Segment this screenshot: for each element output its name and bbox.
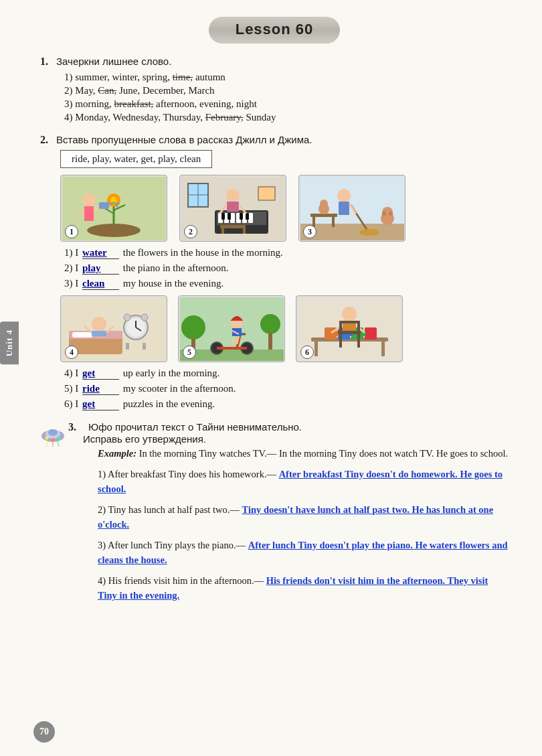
- svg-rect-104: [339, 334, 342, 348]
- unit-tab: Unit 4: [0, 321, 19, 364]
- image-1: 1: [60, 175, 167, 242]
- svg-rect-105: [357, 334, 360, 348]
- svg-point-15: [117, 202, 119, 204]
- svg-point-13: [114, 202, 116, 204]
- section2-num: 2.: [40, 134, 56, 146]
- svg-rect-77: [268, 333, 272, 350]
- section3-num: 3.: [68, 421, 84, 433]
- example-text: In the morning Tiny watches TV.— In the …: [139, 448, 509, 459]
- list-item: 2) May, Can, June, December, March: [64, 85, 509, 96]
- strikethrough-word: time,: [173, 72, 193, 82]
- item-text-after: Sunday: [244, 112, 276, 123]
- sent-suffix-4: up early in the morning.: [120, 368, 219, 378]
- list-item: 4) Monday, Wednesday, Thursday, February…: [64, 112, 509, 123]
- ex3-item4-num: 4): [98, 575, 108, 586]
- list-item: 1) summer, winter, spring, time, autumn: [64, 72, 509, 83]
- sentence-4: 4) I get up early in the morning.: [64, 368, 509, 380]
- item-text-after: afternoon, evening, night: [153, 98, 257, 109]
- item-num: 3): [64, 98, 75, 109]
- sentences-1-3: 1) I water the flowers in the house in t…: [64, 247, 509, 290]
- item-text-after: autumn: [193, 72, 225, 82]
- sentence-6: 6) I get puzzles in the evening.: [64, 398, 509, 410]
- sentence-5: 5) I ride my scooter in the afternoon.: [64, 383, 509, 395]
- svg-line-115: [47, 441, 48, 447]
- page-number-container: 70: [33, 721, 55, 743]
- item-text-before: morning,: [75, 98, 114, 109]
- image-num-2: 2: [184, 225, 197, 238]
- ex3-item2-original: Tiny has lunch at half past two.—: [108, 504, 242, 515]
- sent-num: 3) I: [64, 278, 81, 289]
- svg-rect-28: [246, 213, 249, 220]
- sentences-4-6: 4) I get up early in the morning. 5) I r…: [64, 368, 509, 410]
- svg-rect-11: [99, 202, 109, 209]
- svg-point-99: [342, 307, 357, 321]
- svg-point-45: [389, 212, 393, 216]
- svg-point-14: [116, 205, 118, 207]
- svg-rect-30: [227, 202, 239, 212]
- sentence-3: 3) I clean my house in the evening.: [64, 278, 509, 290]
- ex3-item-4: 4) His friends visit him in the afternoo…: [98, 573, 509, 603]
- svg-point-44: [382, 212, 386, 216]
- image-6: 6: [296, 295, 403, 362]
- svg-point-60: [92, 317, 106, 331]
- svg-point-69: [141, 314, 148, 321]
- svg-rect-8: [84, 206, 94, 221]
- svg-point-1: [87, 224, 141, 237]
- sent-num: 2) I: [64, 262, 81, 273]
- svg-rect-47: [339, 202, 349, 215]
- sentence-1: 1) I water the flowers in the house in t…: [64, 247, 509, 259]
- svg-point-111: [48, 429, 58, 436]
- fill-word-4: get: [82, 368, 119, 380]
- item-num: 4): [64, 112, 75, 123]
- fill-word-2: play: [82, 262, 119, 275]
- svg-rect-35: [243, 228, 246, 234]
- svg-rect-59: [72, 332, 92, 337]
- svg-rect-39: [258, 187, 275, 200]
- sent-suffix-3: my house in the evening.: [120, 278, 223, 289]
- lesson-banner: Lesson 60: [40, 17, 509, 44]
- svg-point-114: [58, 437, 61, 440]
- ex3-item-1: 1) After breakfast Tiny does his homewor…: [98, 467, 509, 497]
- section3-title-block: 3. Юфо прочитал текст о Тайни невнимател…: [68, 421, 302, 445]
- word-bank: ride, play, water, get, play, clean: [60, 150, 212, 168]
- image-num-4: 4: [65, 346, 78, 359]
- strikethrough-word: Can,: [98, 85, 116, 96]
- lesson-title: Lesson 60: [209, 17, 341, 44]
- ex3-item-2: 2) Tiny has lunch at half past two.— Tin…: [98, 502, 509, 532]
- sent-num: 4) I: [64, 368, 81, 378]
- section3-title1: Юфо прочитал текст о Тайни невнимательно…: [88, 421, 302, 433]
- section3-header: 3. Юфо прочитал текст о Тайни невнимател…: [40, 421, 509, 447]
- ufo-icon: [40, 421, 66, 447]
- list-item: 3) morning, breakfast, afternoon, evenin…: [64, 98, 509, 110]
- ex3-item1-num: 1): [98, 469, 108, 479]
- svg-point-7: [82, 194, 96, 207]
- sent-num: 6) I: [64, 398, 81, 409]
- ex3-item2-num: 2): [98, 504, 108, 515]
- svg-rect-21: [230, 213, 235, 223]
- section2-header: 2. Вставь пропущенные слова в рассказ Дж…: [40, 134, 509, 146]
- sent-num: 1) I: [64, 247, 81, 258]
- sent-suffix-6: puzzles in the evening.: [120, 398, 215, 409]
- svg-rect-95: [365, 327, 377, 339]
- svg-rect-61: [92, 331, 106, 336]
- image-3: 3: [298, 175, 405, 242]
- image-num-5: 5: [183, 346, 196, 359]
- image-num-3: 3: [303, 225, 317, 238]
- page-number: 70: [33, 721, 55, 743]
- svg-rect-26: [228, 213, 231, 220]
- strikethrough-word: February,: [205, 112, 244, 123]
- page: Unit 4 Lesson 60 1. Зачеркни лишнее слов…: [0, 0, 542, 756]
- section3-body: Example: In the morning Tiny watches TV.…: [74, 447, 509, 603]
- sent-suffix-5: my scooter in the afternoon.: [120, 383, 236, 394]
- svg-point-74: [181, 315, 205, 339]
- ex3-item3-num: 3): [98, 540, 108, 550]
- ex3-item4-original: His friends visit him in the afternoon.—: [108, 575, 266, 586]
- ex3-item1-original: After breakfast Tiny does his homework.—: [108, 469, 279, 479]
- section-2: 2. Вставь пропущенные слова в рассказ Дж…: [40, 134, 509, 410]
- sentence-2: 2) I play the piano in the afternoon.: [64, 262, 509, 275]
- fill-word-5: ride: [82, 383, 119, 395]
- section2-title: Вставь пропущенные слова в рассказ Джилл…: [56, 134, 312, 145]
- svg-rect-53: [332, 217, 335, 227]
- svg-point-68: [124, 314, 130, 321]
- fill-word-6: get: [82, 398, 119, 410]
